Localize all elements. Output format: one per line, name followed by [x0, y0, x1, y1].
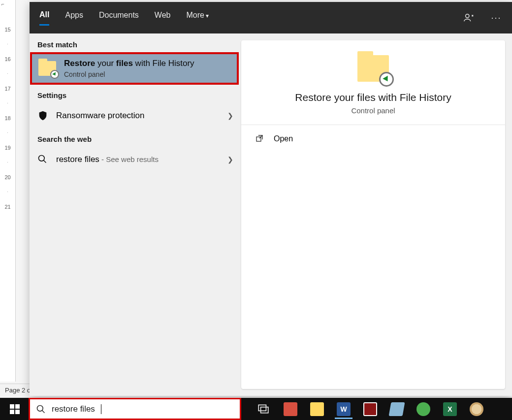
svg-point-1 [39, 156, 45, 162]
shield-icon [37, 110, 48, 121]
tab-web[interactable]: Web [155, 11, 171, 25]
svg-line-5 [42, 410, 45, 413]
recorder-app-button[interactable] [363, 402, 377, 416]
settings-item-ransomware[interactable]: Ransomware protection ❯ [30, 103, 241, 128]
web-result-item[interactable]: restore files - See web results ❯ [30, 147, 241, 172]
search-web-label: Search the web [30, 128, 241, 147]
taskbar: restore files W X [0, 398, 512, 420]
svg-rect-6 [258, 405, 266, 411]
preview-subtitle: Control panel [351, 106, 395, 115]
more-options-icon[interactable]: ··· [490, 12, 502, 24]
ruler-tick: 20 [0, 167, 15, 187]
open-label: Open [274, 134, 293, 143]
ruler-tick: 19 [0, 138, 15, 158]
chevron-right-icon: ❯ [227, 112, 233, 120]
ruler-tick: 17 [0, 79, 15, 98]
ruler-tick: 16 [0, 49, 15, 69]
page-indicator: Page 2 o [5, 387, 31, 394]
task-view-button[interactable] [257, 402, 271, 416]
search-tabs: All Apps Documents Web More ··· [30, 2, 512, 33]
tab-apps[interactable]: Apps [65, 11, 83, 25]
taskbar-app-1[interactable] [284, 402, 297, 416]
result-text: Restore your files with File History Con… [64, 59, 194, 78]
start-button[interactable] [0, 398, 30, 420]
vertical-ruler: ⌐ 15 · 16 · 17 · 18 · 19 · 20 · 21 [0, 0, 16, 382]
preview-title: Restore your files with File History [295, 92, 451, 103]
tab-all[interactable]: All [39, 10, 49, 26]
settings-item-label: Ransomware protection [56, 111, 220, 121]
settings-label: Settings [30, 84, 241, 103]
search-flyout: All Apps Documents Web More ··· Best mat… [30, 2, 512, 396]
preview-pane: Restore your files with File History Con… [241, 40, 505, 389]
best-match-label: Best match [30, 33, 241, 53]
search-value: restore files [52, 404, 95, 414]
open-icon [255, 134, 265, 144]
file-explorer-button[interactable] [310, 402, 324, 416]
paint-app-button[interactable] [470, 402, 483, 416]
ruler-tick: 21 [0, 197, 15, 217]
svg-point-0 [466, 14, 469, 18]
web-result-label: restore files - See web results [56, 155, 220, 164]
tab-documents[interactable]: Documents [99, 11, 139, 25]
chevron-right-icon: ❯ [227, 156, 233, 163]
svg-point-4 [37, 405, 43, 411]
best-match-result[interactable]: Restore your files with File History Con… [31, 53, 238, 84]
ruler-corner-icon: ⌐ [1, 1, 4, 7]
svg-line-2 [44, 161, 46, 163]
search-icon [37, 154, 48, 165]
file-history-icon [357, 55, 389, 82]
taskbar-app-book[interactable] [389, 402, 405, 416]
windows-logo-icon [10, 404, 20, 414]
taskbar-search-input[interactable]: restore files [30, 399, 240, 419]
file-history-icon [38, 61, 56, 76]
taskbar-app-green[interactable] [416, 402, 430, 416]
ruler-tick: 15 [0, 20, 15, 39]
open-action[interactable]: Open [241, 125, 505, 153]
excel-app-button[interactable]: X [443, 402, 457, 416]
feedback-icon[interactable] [463, 12, 475, 24]
ruler-tick: 18 [0, 108, 15, 128]
search-icon [36, 404, 46, 414]
svg-rect-7 [261, 407, 268, 413]
results-column: Best match Restore your files with File … [30, 33, 241, 396]
word-app-button[interactable]: W [337, 402, 351, 416]
tab-more[interactable]: More [186, 11, 209, 25]
